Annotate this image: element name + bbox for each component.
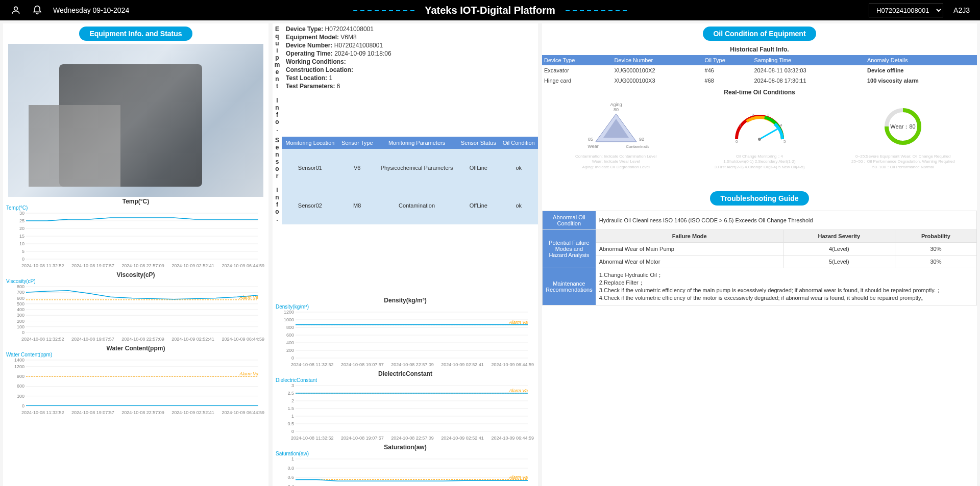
chart-saturationaw: Saturation(aw) Saturation(aw) 00.20.40.6… bbox=[273, 443, 538, 486]
svg-point-0 bbox=[14, 7, 18, 10]
failure-mode-header: Failure Mode bbox=[596, 230, 783, 243]
equipment-info-label: Equipment Info. bbox=[273, 23, 282, 135]
svg-text:0.5: 0.5 bbox=[287, 421, 294, 426]
svg-text:400: 400 bbox=[17, 307, 24, 312]
svg-text:1: 1 bbox=[739, 123, 742, 127]
svg-text:800: 800 bbox=[286, 325, 294, 330]
optime-label: Operating Time: bbox=[286, 50, 333, 57]
svg-text:1000: 1000 bbox=[284, 317, 294, 322]
svg-text:900: 900 bbox=[17, 374, 24, 379]
svg-text:0.4: 0.4 bbox=[287, 484, 294, 486]
table-row: Sensor01V6Physicochemical ParametersOffL… bbox=[282, 149, 538, 187]
table-row: Sensor02M8ContaminationOffLineok bbox=[282, 187, 538, 224]
svg-text:25: 25 bbox=[19, 218, 24, 223]
chart-tempc: Temp(°C) Temp(°C) 051015202530 2024-10-0… bbox=[3, 197, 268, 270]
svg-text:Aging: Aging bbox=[610, 102, 622, 107]
sensor-info-label: Sensor Info. bbox=[273, 135, 282, 224]
svg-text:600: 600 bbox=[286, 332, 294, 338]
svg-text:0: 0 bbox=[291, 355, 294, 361]
model-label: Equipment Model: bbox=[286, 34, 339, 41]
svg-text:1: 1 bbox=[291, 414, 294, 419]
svg-text:20: 20 bbox=[19, 226, 24, 231]
svg-text:0: 0 bbox=[22, 257, 24, 262]
table-row: Hinge cardXUG0000100X3#682024-08-08 17:3… bbox=[542, 75, 977, 86]
svg-text:3: 3 bbox=[767, 113, 770, 117]
testparam-value: 6 bbox=[337, 83, 340, 90]
equipment-info-panel: Equipment Info. Device Type: H0720241008… bbox=[273, 23, 538, 486]
svg-text:600: 600 bbox=[17, 383, 24, 389]
svg-text:0: 0 bbox=[291, 429, 294, 434]
fault-header: Device Number bbox=[612, 55, 702, 65]
equipment-status-title: Equipment Info. and Status bbox=[79, 27, 192, 41]
svg-text:1200: 1200 bbox=[14, 364, 24, 369]
svg-text:1.5: 1.5 bbox=[287, 406, 294, 411]
svg-text:Wear: Wear bbox=[587, 144, 598, 149]
svg-text:5: 5 bbox=[22, 249, 24, 254]
svg-text:300: 300 bbox=[17, 313, 24, 318]
svg-text:Alarm Va: Alarm Va bbox=[508, 320, 528, 325]
svg-text:300: 300 bbox=[17, 394, 24, 399]
svg-text:1: 1 bbox=[291, 456, 294, 462]
chart-watercontentppm: Water Content(ppm) Water Content(ppm) 03… bbox=[3, 344, 268, 417]
svg-text:2: 2 bbox=[291, 398, 294, 403]
chart-dielectricconstant: DielectricConstant DielectricConstant 00… bbox=[273, 369, 538, 443]
user-icon[interactable] bbox=[10, 5, 21, 16]
oil-condition-title: Oil Condition of Equipment bbox=[703, 27, 816, 41]
chart-viscositycp: Viscosity(cP) Viscosity(cP) 010020030040… bbox=[3, 270, 268, 344]
platform-title: Yateks IOT-Digital Platform bbox=[425, 5, 555, 16]
device-select[interactable]: H0720241008001 bbox=[869, 4, 943, 17]
testloc-label: Test Location: bbox=[286, 74, 327, 82]
troubleshooting-title: Troubleshooting Guide bbox=[710, 191, 808, 206]
svg-text:700: 700 bbox=[17, 290, 24, 295]
svg-text:2: 2 bbox=[752, 113, 754, 117]
svg-text:10: 10 bbox=[19, 241, 24, 246]
header-date: Wednesday 09-10-2024 bbox=[53, 6, 129, 14]
svg-text:200: 200 bbox=[286, 348, 294, 353]
equipment-status-panel: Equipment Info. and Status Temp(°C) Temp… bbox=[3, 23, 268, 486]
svg-text:15: 15 bbox=[19, 234, 24, 239]
chart-densitykgm: Density(kg/m³) Density(kg/m³) 0200400600… bbox=[273, 296, 538, 369]
potential-failure-label: Potential Failure Modes and Hazard Analy… bbox=[543, 230, 596, 268]
svg-text:2.5: 2.5 bbox=[287, 391, 294, 396]
svg-text:Alarm Va: Alarm Va bbox=[508, 388, 528, 393]
troubleshooting-table: Abnormal Oil ConditionHydraulic Oil Clea… bbox=[542, 211, 977, 305]
svg-text:100: 100 bbox=[17, 324, 24, 329]
device-type-value: H0720241008001 bbox=[325, 25, 374, 33]
aging-triangle: Aging 80 85 Wear 92 Contamination Contam… bbox=[544, 101, 688, 171]
sensor-header: Sensor Status bbox=[457, 137, 499, 149]
maintenance-label: Maintenance Recommendations bbox=[543, 268, 596, 305]
svg-text:Alarm Va: Alarm Va bbox=[508, 475, 528, 480]
svg-text:30: 30 bbox=[19, 211, 24, 216]
svg-text:500: 500 bbox=[17, 301, 24, 306]
svg-text:0.6: 0.6 bbox=[287, 475, 294, 480]
fault-header: Sampling Time bbox=[752, 55, 865, 65]
probability-header: Probability bbox=[895, 230, 976, 243]
svg-text:400: 400 bbox=[286, 340, 294, 345]
abnormal-oil-text: Hydraulic Oil Cleanliness ISO 1406 (ISO … bbox=[596, 211, 976, 230]
fault-header: Anomaly Details bbox=[865, 55, 977, 65]
oil-condition-panel: Oil Condition of Equipment Historical Fa… bbox=[542, 23, 977, 486]
bell-icon[interactable] bbox=[32, 5, 43, 16]
svg-text:5: 5 bbox=[783, 139, 786, 144]
user-code: A2J3 bbox=[953, 6, 970, 14]
svg-text:0: 0 bbox=[22, 330, 24, 335]
svg-line-103 bbox=[760, 129, 777, 139]
top-bar: Wednesday 09-10-2024 Yateks IOT-Digital … bbox=[0, 0, 980, 20]
svg-text:Alarm Va: Alarm Va bbox=[239, 371, 258, 376]
model-value: V6M8 bbox=[340, 34, 356, 41]
testparam-label: Test Parameters: bbox=[286, 83, 335, 90]
svg-text:Wear：80: Wear：80 bbox=[891, 123, 916, 130]
maintenance-text: 1.Change Hydraulic Oil； 2.Replace Filter… bbox=[596, 268, 976, 305]
sensor-header: Oil Condition bbox=[499, 137, 538, 149]
device-type-label: Device Type: bbox=[286, 25, 323, 33]
svg-text:Contamination: Contamination bbox=[626, 144, 649, 149]
workcond-label: Working Conditions: bbox=[286, 58, 346, 65]
hazard-severity-header: Hazard Severity bbox=[783, 230, 895, 243]
svg-text:0: 0 bbox=[736, 139, 738, 144]
sensor-header: Monitoring Parameters bbox=[376, 137, 458, 149]
svg-text:85: 85 bbox=[588, 137, 593, 142]
fault-table: Device TypeDevice NumberOil TypeSampling… bbox=[542, 55, 977, 86]
svg-text:92: 92 bbox=[639, 137, 644, 142]
constloc-label: Construction Location: bbox=[286, 66, 353, 73]
table-row: ExcavatorXUG0000100X2#462024-08-11 03:32… bbox=[542, 65, 977, 75]
